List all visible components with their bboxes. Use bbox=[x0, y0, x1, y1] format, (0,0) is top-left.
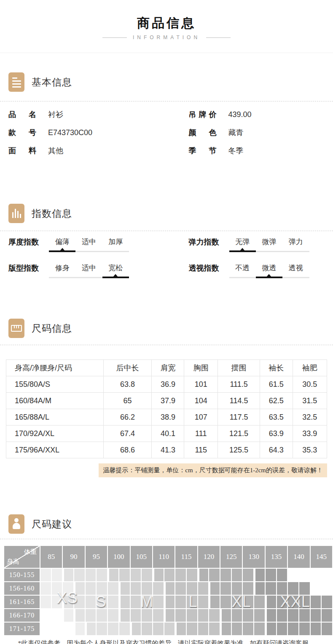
size-zone-cell bbox=[153, 623, 164, 635]
table-cell: 160/84A/M bbox=[6, 393, 104, 409]
size-zone-cell bbox=[74, 623, 85, 635]
index-label: 透视指数 bbox=[189, 263, 219, 273]
index-grid: 厚度指数偏薄适中加厚弹力指数无弹微弹弹力版型指数修身适中宽松透视指数不透微透透视 bbox=[0, 237, 333, 278]
size-zone-cell bbox=[119, 623, 130, 635]
size-zone-cell bbox=[86, 582, 96, 595]
table-cell: 107 bbox=[184, 409, 218, 426]
size-zone-cell bbox=[131, 623, 141, 635]
table-row: 165/88A/L66.238.9107117.563.532.5 bbox=[6, 409, 327, 426]
field-value: 藏青 bbox=[228, 128, 244, 138]
chart-corner-cell: 体重身高 bbox=[4, 546, 40, 568]
table-header-cell: 肩宽 bbox=[152, 360, 184, 376]
size-grid: 体重身高859095100105110115120125130135140145… bbox=[4, 546, 332, 635]
height-header-cell: 161-165 bbox=[4, 596, 40, 608]
table-cell: 68.6 bbox=[103, 442, 152, 458]
table-cell: 30.5 bbox=[293, 376, 327, 393]
index-option: 加厚 bbox=[102, 237, 129, 247]
table-row: 155/80A/S63.836.9101111.561.530.5 bbox=[6, 376, 327, 393]
table-header-cell: 摆围 bbox=[218, 360, 260, 376]
page-header: 商品信息 INFORMATION bbox=[0, 0, 333, 42]
field-label: 季节 bbox=[189, 146, 217, 156]
size-zone-cell bbox=[198, 623, 209, 635]
size-zone-cell bbox=[86, 623, 96, 635]
index-option-list: 偏薄适中加厚 bbox=[49, 237, 129, 247]
size-zone-cell bbox=[142, 569, 152, 581]
index-option-list: 修身适中宽松 bbox=[49, 263, 129, 273]
size-zone-cell bbox=[175, 609, 186, 622]
table-cell: 121.5 bbox=[218, 426, 260, 442]
table-cell: 101 bbox=[184, 376, 218, 393]
height-header-cell: 171-175 bbox=[4, 623, 40, 635]
size-zone-cell bbox=[299, 623, 310, 635]
index-row: 厚度指数偏薄适中加厚 bbox=[8, 237, 189, 252]
table-cell: 36.9 bbox=[152, 376, 184, 393]
index-label: 厚度指数 bbox=[8, 237, 39, 247]
size-zone-cell bbox=[232, 623, 242, 635]
subtitle-right-line bbox=[206, 37, 231, 38]
field-row: 吊牌价439.00 bbox=[189, 109, 325, 120]
size-zone-cell bbox=[220, 596, 231, 608]
size-zone-cell bbox=[119, 596, 130, 608]
table-cell: 115 bbox=[184, 442, 218, 458]
table-header-cell: 后中长 bbox=[103, 360, 152, 376]
field-row: 款号E743730C00 bbox=[8, 127, 189, 138]
size-zone-cell bbox=[209, 582, 220, 595]
size-suggest-title: 尺码建议 bbox=[32, 518, 72, 531]
table-cell: 64.3 bbox=[260, 442, 293, 458]
corner-weight-label: 体重 bbox=[24, 548, 37, 556]
size-zone-cell bbox=[299, 582, 310, 595]
size-zone-cell bbox=[164, 569, 175, 581]
size-zone-cell bbox=[243, 596, 253, 608]
empty-cell bbox=[288, 569, 298, 581]
index-option: 不透 bbox=[229, 263, 256, 273]
index-options: 偏薄适中加厚 bbox=[49, 237, 129, 252]
page-title: 商品信息 bbox=[0, 15, 333, 31]
height-header-cell: 150-155 bbox=[4, 569, 40, 581]
size-zone-cell bbox=[86, 609, 96, 622]
index-info-divider bbox=[0, 231, 333, 231]
size-zone-cell bbox=[266, 623, 276, 635]
size-zone-cell bbox=[153, 596, 164, 608]
index-row: 弹力指数无弹微弹弹力 bbox=[189, 237, 325, 252]
index-option: 无弹 bbox=[229, 237, 256, 247]
size-zone-cell bbox=[63, 569, 73, 581]
basic-info-section-header: 基本信息 bbox=[0, 72, 333, 92]
empty-cell bbox=[40, 623, 51, 635]
size-zone-cell bbox=[266, 582, 276, 595]
index-options: 不透微透透视 bbox=[229, 263, 309, 278]
height-header-cell: 156-160 bbox=[4, 582, 40, 595]
index-label: 弹力指数 bbox=[189, 237, 219, 247]
size-zone-cell bbox=[187, 582, 197, 595]
size-zone-cell bbox=[153, 609, 164, 622]
size-zone-cell bbox=[164, 582, 175, 595]
basic-fields: 品名衬衫款号E743730C00面料其他 吊牌价439.00颜色藏青季节冬季 bbox=[0, 109, 333, 163]
size-zone-cell bbox=[187, 569, 197, 581]
size-info-title: 尺码信息 bbox=[32, 322, 72, 335]
table-cell: 33.9 bbox=[293, 426, 327, 442]
size-zone-cell bbox=[52, 582, 62, 595]
size-zone-cell bbox=[288, 623, 298, 635]
basic-info-divider bbox=[0, 101, 333, 101]
table-header-cell: 袖肥 bbox=[293, 360, 327, 376]
size-zone-cell bbox=[142, 582, 152, 595]
empty-cell bbox=[322, 569, 332, 581]
size-zone-cell bbox=[86, 596, 96, 608]
size-zone-cell bbox=[52, 596, 62, 608]
index-option: 透视 bbox=[282, 263, 309, 273]
size-zone-cell bbox=[187, 623, 197, 635]
size-zone-cell bbox=[164, 596, 175, 608]
basic-info-title: 基本信息 bbox=[32, 76, 72, 89]
index-option: 适中 bbox=[75, 263, 102, 273]
size-zone-cell bbox=[175, 623, 186, 635]
measure-note-row: 温馨提示：平铺测量，单位：cm，尺寸数据可能存在1-2cm的误差，敬请谅解！ bbox=[0, 463, 333, 477]
size-zone-cell bbox=[322, 596, 332, 608]
size-zone-cell bbox=[220, 569, 231, 581]
index-option: 适中 bbox=[75, 237, 102, 247]
size-zone-cell bbox=[311, 623, 321, 635]
empty-cell bbox=[311, 582, 321, 595]
size-zone-cell bbox=[142, 609, 152, 622]
size-zone-cell bbox=[220, 582, 231, 595]
size-zone-cell bbox=[277, 582, 287, 595]
size-zone-cell bbox=[209, 623, 220, 635]
weight-header-cell: 130 bbox=[243, 546, 264, 568]
